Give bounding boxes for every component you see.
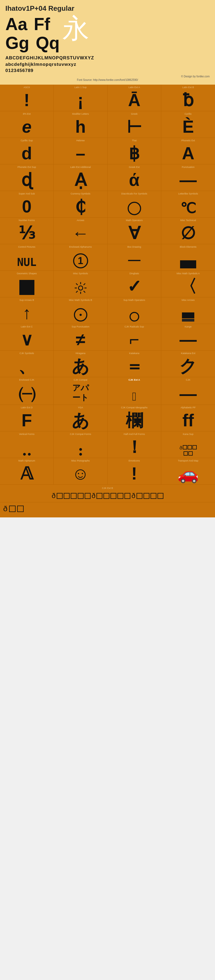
sym-hiragana: あ [72,358,89,375]
sym-hebrew: – [76,145,86,162]
sym-twodots [23,453,31,456]
sym-latinextd: F [21,412,32,429]
sym-miscpictographs: ☺ [72,465,89,482]
cell-cjkcompatideographs: CJK Compat Ideographs 欄 [107,405,161,431]
sym-cjkextb-9 [110,493,116,499]
cell-mathalphanum: Math Alphanum 𝔸 [0,458,54,484]
cell-hebrew: Hebrew – [54,138,107,164]
cell-diacriticals: Diacriticals For Symbols [107,191,161,217]
cell-cjksymbols: CJK Symbols 、 [0,351,54,377]
sym-yga: あ [72,412,89,429]
cjkextb-last-symbols: ð [1,504,214,513]
grid-row-9: Sup Arrows B ↑ Misc Math Symbols B Sup M… [0,298,215,324]
sym-cjksymbols: 、 [18,358,35,375]
sym-suparrowsb: ↑ [22,304,31,321]
label-latinextb: Latin Ext B [162,86,215,89]
label-cjkextb: CJK Ext B [1,487,214,490]
cell-katakanaext: Katakana Ext ク [161,351,215,377]
sym-cjkextb-0: ð [52,492,55,500]
cell-latinextd: Latin Ext D F [0,405,54,431]
sym-ipaext: e [22,118,32,135]
sym-cjkradicalssup: ⌐ [129,331,139,348]
label-phoneticextsup: Phonetic Ext Sup [0,166,53,169]
label-halfandfull: Half And Full Forms [108,433,161,436]
cell-supmathops: Sup Math Operators [107,298,161,324]
sym-cyrillicsup: d [21,145,32,162]
label-cyrillicsup: Cyrillic Sup [0,139,53,142]
cell-hiragana: Hiragana あ [54,351,107,377]
label-miscsymbols: Misc Symbols [54,272,107,275]
cell-suppunctuation: Sup Punctuation ≠ [54,324,107,350]
copyright: © Design by fontke.com [181,75,210,78]
label-supmathops: Sup Math Operators [108,299,161,302]
cell-kanasup: Kana Sup ð [161,431,215,458]
grid-row-13: Latin Ext D F YGA あ CJK Compat Ideograph… [0,405,215,431]
sym-punctuation: — [180,172,197,189]
grid-row-10: Latin Ext C ∨ Sup Punctuation ≠ CJK Radi… [0,324,215,351]
sym-cjkextb-8 [104,493,109,499]
label-latinextc: Latin Ext C [0,325,53,328]
grid-row-6: Number Forms ⅓ Arrows ← Math Operators ∀… [0,218,215,244]
sym-ascii: ! [24,92,30,109]
sym-latinextadd: Ạ [75,172,86,189]
cell-miscmathsymb: Misc Math Symbols B [54,298,107,324]
sym-cjkcompatideographs: 欄 [126,412,143,429]
sym-colondots [79,448,82,456]
grid-row-4: Phonetic Ext Sup ɖ Latin Ext Additional … [0,164,215,191]
svg-line-6 [84,291,85,293]
sym-square-black [19,280,34,295]
cell-latinexta: Latin Ext A Ā [107,84,161,111]
sym-cjkextb-3 [71,493,76,499]
sample-qq: Qq [36,33,60,52]
label-dingbats: Dingbats [108,272,161,275]
sym-cjkextb-10 [118,493,123,499]
sym-phoneticextsup: ɖ [21,172,32,189]
alphabet-section: ABCDEFGHIJKLMNOPQRSTUVWXYZ abcdefghijklm… [5,55,210,74]
sample-latin-grid: Aa Ff Gg Qq [5,15,60,52]
cell-verticalforms: Vertical Forms [0,431,54,458]
cell-arrows: Arrows ← [54,218,107,244]
cell-miscpictographs: Misc Pictographs ☺ [54,458,107,484]
digits: 0123456789 [5,67,210,74]
cell-modifier: Modifier Letters h [54,111,107,138]
cell-ascii: ASCII ! [0,84,54,111]
label-currency: Currency Symbols [54,192,107,195]
sym-cjkcompat: アパート [72,383,89,402]
sym-cjkexta: 𠀀 [132,391,136,402]
sym-cjkextb-4 [78,493,84,499]
cjk-extb-row: CJK Ext B ð ð ð [0,485,215,502]
alphabet-upper: ABCDEFGHIJKLMNOPQRSTUVWXYZ [5,55,210,61]
label-diacriticals: Diacriticals For Symbols [108,192,161,195]
label-latinexta: Latin Ext A [108,86,161,89]
sym-boxdrawing: ─ [128,251,140,268]
sample-aa: Aa [5,15,27,33]
sym-dot-circle [74,308,88,321]
cell-cjkcompat: CJK Compat アパート [54,377,107,404]
sym-katakanaext: ク [179,358,197,375]
svg-line-7 [84,283,85,285]
sym-last-2 [17,506,24,512]
sample-cjk: 永 [62,15,89,41]
label-cjkcompatforms: CJK Compat Forms [54,433,107,436]
sym-last-1 [9,506,16,512]
label-cjkcompat: CJK Compat [54,379,107,382]
label-phoneticext: Phonetic Ext [162,139,215,142]
sym-superandsub: 0 [22,198,32,215]
grid-row-2: IPA Ext e Modifier Letters h Greek ⊢ Cyr… [0,111,215,138]
sym-modifier: h [75,118,86,135]
label-cjkcompatideographs: CJK Compat Ideographs [108,406,161,409]
label-suppunctuation: Sup Punctuation [54,325,107,328]
label-katakanaext: Katakana Ext [162,352,215,355]
cell-dingbats: Dingbats ✓ [107,271,161,297]
cell-transportmap: Transport And Map 🚗 [161,458,215,484]
sym-enclosedcjk: ㈠ [18,385,35,402]
label-controlpictures: Control Pictures [0,245,53,248]
sym-thai: ฿ [129,145,140,162]
label-misctechnical: Misc Technical [162,219,215,222]
sym-circle [127,202,141,215]
cell-mathops: Math Operators ∀ [107,218,161,244]
sym-latinexta: Ā [128,92,140,109]
label-cyrillic: Cyrillic [162,113,215,116]
font-source-url: Font Source: http://www.fontke.com/font/… [5,78,210,81]
sym-emoticons: ! [131,465,137,482]
